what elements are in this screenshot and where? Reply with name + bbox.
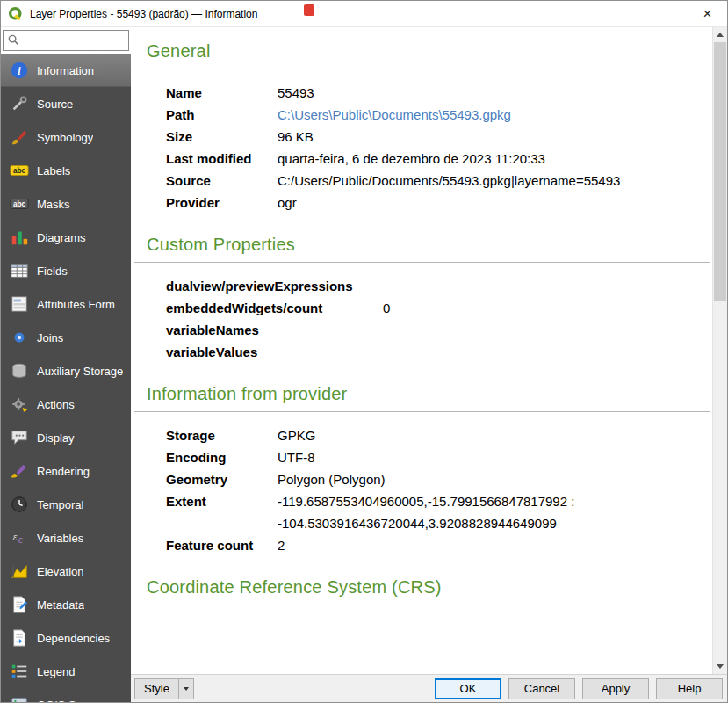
style-dropdown-arrow-icon[interactable]	[178, 679, 193, 699]
sidebar-item-qgis-server[interactable]: QGIS Server	[1, 688, 131, 702]
sidebar-item-elevation[interactable]: Elevation	[1, 554, 131, 588]
section-divider	[134, 69, 710, 69]
sidebar-item-symbology[interactable]: Symbology	[1, 120, 131, 154]
sidebar-item-diagrams[interactable]: Diagrams	[1, 221, 131, 254]
sidebar-search-input[interactable]	[3, 30, 129, 51]
property-label: Last modified	[166, 148, 278, 170]
svg-text:ε: ε	[18, 534, 23, 545]
source-icon	[10, 94, 29, 113]
joins-icon	[10, 328, 29, 347]
property-label: variableNames	[166, 319, 383, 341]
help-button[interactable]: Help	[656, 678, 723, 699]
masks-icon: abc	[10, 194, 29, 214]
property-label: Path	[166, 104, 278, 126]
scroll-down-arrow[interactable]	[713, 659, 727, 674]
section-divider	[134, 605, 710, 605]
section-general: GeneralName55493PathC:\Users\Public\Docu…	[134, 41, 710, 214]
symbology-icon	[10, 127, 29, 147]
section-heading: Coordinate Reference System (CRS)	[147, 577, 710, 598]
sidebar-item-label: Temporal	[37, 498, 83, 511]
sidebar-item-rendering[interactable]: Rendering	[1, 454, 131, 488]
property-label: Name	[166, 82, 278, 104]
sidebar-item-label: Masks	[37, 198, 70, 211]
property-value: 96 KB	[278, 126, 314, 148]
property-row: Providerogr	[166, 192, 710, 214]
legend-icon	[10, 662, 29, 681]
scroll-thumb[interactable]	[714, 42, 726, 301]
sidebar-item-actions[interactable]: Actions	[1, 388, 131, 421]
property-table: Name55493PathC:\Users\Public\Documents\5…	[166, 82, 710, 214]
property-label: Provider	[166, 192, 278, 214]
titlebar: Layer Properties - 55493 (padrão) — Info…	[1, 1, 727, 27]
temporal-icon	[10, 495, 29, 514]
path-link[interactable]: C:\Users\Public\Documents\55493.gpkg	[278, 107, 511, 122]
property-value: ogr	[278, 192, 297, 214]
close-button[interactable]: ×	[688, 1, 727, 26]
property-value: GPKG	[278, 424, 315, 446]
svg-text:ε: ε	[13, 532, 18, 542]
sidebar-item-variables[interactable]: εεVariables	[1, 521, 131, 554]
section-divider	[134, 411, 710, 412]
property-label: Feature count	[166, 534, 278, 556]
sidebar-item-label: Auxiliary Storage	[37, 365, 123, 378]
property-value: C:/Users/Public/Documents/55493.gpkg|lay…	[278, 170, 620, 192]
content-panel: GeneralName55493PathC:\Users\Public\Docu…	[131, 27, 712, 674]
property-value: 55493	[278, 82, 314, 104]
style-button-label: Style	[135, 679, 178, 699]
property-row: GeometryPolygon (Polygon)	[166, 468, 710, 490]
sidebar-item-fields[interactable]: Fields	[1, 254, 131, 287]
actions-icon	[10, 395, 29, 414]
sidebar-item-source[interactable]: Source	[1, 87, 131, 120]
property-row: embeddedWidgets/count0	[166, 297, 710, 319]
qgis-logo-icon	[8, 6, 24, 22]
sidebar-item-dependencies[interactable]: Dependencies	[1, 621, 131, 655]
auxiliary-storage-icon	[10, 361, 29, 380]
sidebar-item-label: Symbology	[37, 131, 93, 144]
fields-icon	[10, 261, 29, 280]
sidebar-item-label: Attributes Form	[37, 298, 115, 311]
property-row: Size96 KB	[166, 126, 710, 148]
sidebar-item-labels[interactable]: abcLabels	[1, 154, 131, 187]
sidebar-item-label: Labels	[37, 164, 70, 178]
property-value: 2	[278, 534, 285, 556]
sidebar: iInformationSourceSymbologyabcLabelsabcM…	[1, 27, 131, 702]
sidebar-item-label: Elevation	[37, 565, 83, 578]
sidebar-item-auxiliary-storage[interactable]: Auxiliary Storage	[1, 354, 131, 388]
rendering-icon	[10, 461, 29, 481]
section-heading: General	[147, 41, 710, 62]
sidebar-item-attributes-form[interactable]: Attributes Form	[1, 287, 131, 321]
search-icon	[7, 33, 20, 47]
section-heading: Custom Properties	[147, 235, 710, 255]
sidebar-item-display[interactable]: Display	[1, 421, 131, 454]
sidebar-item-temporal[interactable]: Temporal	[1, 488, 131, 521]
sidebar-item-metadata[interactable]: Metadata	[1, 588, 131, 621]
cancel-button[interactable]: Cancel	[508, 678, 575, 699]
sidebar-item-label: QGIS Server	[37, 699, 102, 703]
property-row: Name55493	[166, 82, 710, 104]
property-row: SourceC:/Users/Public/Documents/55493.gp…	[166, 170, 710, 192]
property-label: embeddedWidgets/count	[166, 297, 383, 319]
property-row: Feature count2	[166, 534, 710, 556]
property-table: StorageGPKGEncodingUTF-8GeometryPolygon …	[166, 424, 710, 556]
apply-button[interactable]: Apply	[582, 678, 649, 699]
sidebar-item-label: Metadata	[37, 598, 84, 612]
window-title: Layer Properties - 55493 (padrão) — Info…	[30, 8, 257, 20]
sidebar-item-legend[interactable]: Legend	[1, 655, 131, 688]
server-icon	[10, 695, 29, 702]
property-label: Size	[166, 126, 278, 148]
property-value: quarta-feira, 6 de dezembro de 2023 11:2…	[278, 148, 545, 170]
property-row: StorageGPKG	[166, 424, 710, 446]
property-row: PathC:\Users\Public\Documents\55493.gpkg	[166, 104, 710, 126]
property-row: Extent-119.6587553404960005,-15.79915668…	[166, 490, 710, 534]
sidebar-item-masks[interactable]: abcMasks	[1, 187, 131, 221]
sidebar-item-information[interactable]: iInformation	[1, 54, 131, 87]
section-custom-properties: Custom Propertiesdualview/previewExpress…	[134, 235, 710, 363]
sidebar-item-joins[interactable]: Joins	[1, 321, 131, 354]
sidebar-item-label: Display	[37, 431, 75, 445]
ok-button[interactable]: OK	[435, 678, 501, 699]
property-label: Source	[166, 170, 278, 192]
scroll-up-arrow[interactable]	[713, 27, 727, 42]
vertical-scrollbar[interactable]	[712, 27, 727, 674]
section-information-from-provider: Information from providerStorageGPKGEnco…	[134, 384, 710, 556]
style-button[interactable]: Style	[134, 678, 194, 699]
